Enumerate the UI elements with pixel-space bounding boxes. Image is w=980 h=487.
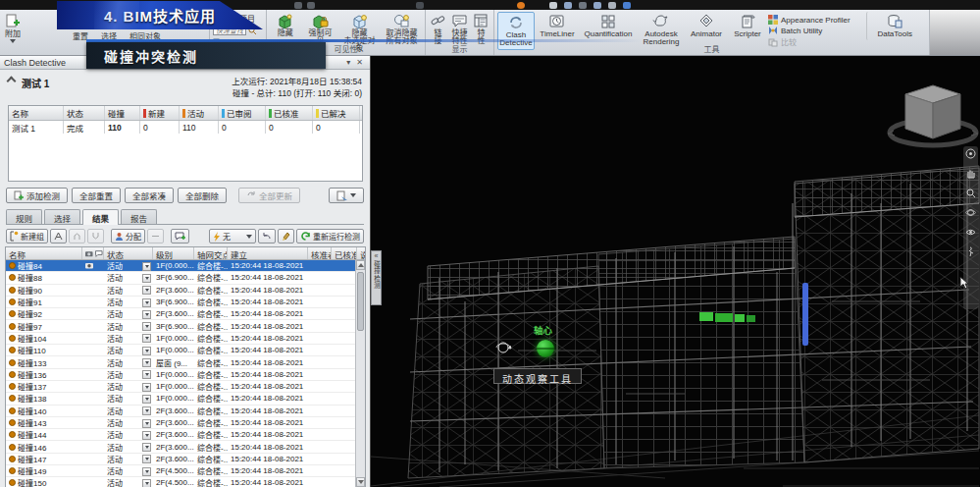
grid-col-approver[interactable]: 核准者 bbox=[308, 247, 332, 259]
clash-row[interactable]: 碰撞88活动3F(6.900...综合楼-...15:20:44 18-08-2… bbox=[6, 272, 366, 284]
timeliner-button[interactable]: TimeLiner bbox=[537, 12, 578, 40]
report-split-button[interactable] bbox=[329, 188, 364, 203]
status-dropdown[interactable] bbox=[142, 431, 151, 440]
status-dropdown[interactable] bbox=[142, 334, 151, 343]
grid-col-status[interactable]: 状态 bbox=[104, 247, 153, 259]
new-group-button[interactable]: 新建组 bbox=[6, 229, 48, 244]
status-dropdown[interactable] bbox=[142, 286, 151, 295]
reset-view-button[interactable] bbox=[258, 229, 276, 244]
clash-row[interactable]: 碰撞110活动1F(0.000...综合楼-...15:20:44 18-08-… bbox=[6, 345, 366, 356]
tab-results[interactable]: 结果 bbox=[82, 209, 119, 225]
status-dropdown[interactable] bbox=[142, 467, 151, 476]
batch-utility-button[interactable]: Batch Utility bbox=[768, 26, 851, 35]
clash-row[interactable]: 碰撞138活动1F(0.000...综合楼-...15:20:44 18-08-… bbox=[6, 393, 366, 405]
datatools-button[interactable]: DataTools bbox=[866, 12, 915, 40]
status-dropdown[interactable] bbox=[142, 479, 151, 487]
quantification-button[interactable]: Quantification bbox=[580, 12, 637, 40]
qat-icon[interactable] bbox=[549, 2, 557, 9]
highlight-filter-dropdown[interactable]: 无 bbox=[209, 229, 256, 244]
orbit-icon[interactable] bbox=[965, 207, 976, 218]
clash-row[interactable]: 碰撞137活动1F(0.000...综合楼-...15:20:44 18-08-… bbox=[6, 381, 366, 393]
reset-all-button[interactable]: 全部重置 bbox=[72, 188, 121, 203]
steering-wheel-icon[interactable] bbox=[965, 148, 976, 159]
status-dropdown[interactable] bbox=[142, 262, 151, 271]
test-row[interactable]: 测试 1 完成 110 0 110 0 0 0 bbox=[9, 121, 362, 134]
collapsed-panel-tab[interactable]: « 碰撞检测 bbox=[371, 250, 382, 305]
clash-row[interactable]: 碰撞84活动1F(0.000...综合楼-...15:20:44 18-08-2… bbox=[6, 260, 366, 272]
highlight-all-button[interactable] bbox=[278, 229, 294, 244]
assign-button[interactable]: 分配 bbox=[111, 229, 145, 244]
clash-row[interactable]: 碰撞97活动3F(6.900...综合楼-...15:20:44 18-08-2… bbox=[6, 320, 366, 332]
clash-row[interactable]: 碰撞91活动3F(6.900...综合楼-...15:20:44 18-08-2… bbox=[6, 297, 366, 308]
clash-row[interactable]: 碰撞144活动2F(3.600...综合楼-...15:20:44 18-08-… bbox=[6, 429, 366, 441]
clash-row[interactable]: 碰撞149活动2F(4.500...综合楼-...15:20:44 18-08-… bbox=[6, 465, 366, 477]
appearance-profiler-button[interactable]: Appearance Profiler bbox=[768, 15, 851, 25]
scroll-up-icon[interactable] bbox=[356, 260, 365, 270]
col-name[interactable]: 名称 bbox=[9, 106, 64, 120]
scripter-button[interactable]: Scripter bbox=[729, 12, 766, 40]
hide-button[interactable]: 隐藏 bbox=[270, 12, 301, 39]
status-dropdown[interactable] bbox=[142, 406, 151, 415]
grid-col-gridpoint[interactable]: 轴网交点 bbox=[194, 247, 228, 259]
append-button[interactable]: 附加 bbox=[3, 12, 23, 45]
animator-button[interactable]: Animator bbox=[686, 12, 727, 40]
grid-col-approved[interactable]: 已核准 bbox=[332, 247, 357, 259]
scroll-down-icon[interactable] bbox=[356, 477, 365, 487]
status-dropdown[interactable] bbox=[142, 395, 151, 404]
status-dropdown[interactable] bbox=[142, 419, 151, 428]
grid-col-name[interactable]: 名称 bbox=[6, 247, 82, 259]
status-dropdown[interactable] bbox=[142, 370, 151, 379]
status-dropdown[interactable] bbox=[142, 347, 151, 355]
viewport-3d[interactable]: 轴心 动态观察工具 « 碰撞检测 bbox=[371, 56, 980, 487]
qat-icon[interactable] bbox=[579, 2, 587, 9]
status-dropdown[interactable] bbox=[142, 298, 151, 307]
status-dropdown[interactable] bbox=[142, 383, 151, 392]
clash-row[interactable]: 碰撞136活动1F(0.000...综合楼-...15:20:44 18-08-… bbox=[6, 369, 366, 381]
unassign-button[interactable] bbox=[147, 229, 164, 244]
status-dropdown[interactable] bbox=[142, 455, 151, 463]
tab-rules[interactable]: 规则 bbox=[6, 209, 42, 224]
test-name[interactable]: 测试 1 bbox=[22, 76, 49, 90]
col-new[interactable]: 新建 bbox=[140, 106, 180, 120]
tab-report[interactable]: 报告 bbox=[121, 209, 157, 224]
col-approved[interactable]: 已核准 bbox=[266, 106, 313, 120]
grid-col-description[interactable]: 说明 bbox=[357, 247, 366, 259]
close-icon[interactable]: ✕ bbox=[353, 58, 366, 68]
group-down-button[interactable] bbox=[87, 229, 104, 244]
grid-col-created[interactable]: 建立 bbox=[228, 247, 308, 259]
zoom-icon[interactable] bbox=[965, 188, 976, 198]
col-clashes[interactable]: 碰撞 bbox=[105, 106, 140, 120]
grid-scrollbar[interactable] bbox=[355, 260, 365, 487]
rename-button[interactable] bbox=[50, 229, 67, 244]
col-active[interactable]: 活动 bbox=[180, 106, 219, 120]
pin-icon[interactable]: ▾ bbox=[343, 58, 353, 68]
clash-row[interactable]: 碰撞92活动2F(3.600...综合楼-...15:20:44 18-08-2… bbox=[6, 308, 366, 320]
status-dropdown[interactable] bbox=[142, 443, 151, 452]
status-dropdown[interactable] bbox=[142, 322, 151, 331]
clash-row[interactable]: 碰撞146活动2F(3.600...综合楼-...15:20:44 18-08-… bbox=[6, 441, 366, 453]
scroll-thumb[interactable] bbox=[357, 272, 364, 331]
col-resolved[interactable]: 已解决 bbox=[313, 106, 360, 120]
qat-icon[interactable] bbox=[623, 2, 631, 9]
walk-icon[interactable] bbox=[965, 246, 976, 257]
clash-row[interactable]: 碰撞104活动1F(0.000...综合楼-...15:20:44 18-08-… bbox=[6, 333, 366, 345]
grid-col-level[interactable]: 级别 bbox=[153, 247, 194, 259]
clash-row[interactable]: 碰撞140活动2F(3.600...综合楼-...15:20:44 18-08-… bbox=[6, 406, 366, 417]
clash-row[interactable]: 碰撞143活动2F(3.600...综合楼-...15:20:44 18-08-… bbox=[6, 417, 366, 429]
status-dropdown[interactable] bbox=[142, 358, 151, 367]
col-status[interactable]: 状态 bbox=[64, 106, 105, 120]
qat-icon[interactable] bbox=[608, 2, 616, 9]
grid-col-icons[interactable] bbox=[82, 247, 104, 259]
qat-icon[interactable] bbox=[307, 2, 315, 9]
clash-row[interactable]: 碰撞133活动屋面 (9...综合楼-...15:20:44 18-08-202… bbox=[6, 356, 366, 368]
compact-all-button[interactable]: 全部紧凑 bbox=[125, 188, 174, 203]
clash-row[interactable]: 碰撞90活动2F(3.600...综合楼-...15:20:44 18-08-2… bbox=[6, 285, 366, 297]
collapse-caret-icon[interactable] bbox=[7, 77, 17, 86]
status-dropdown[interactable] bbox=[142, 274, 151, 283]
clash-row[interactable]: 碰撞150活动2F(4.500...综合楼-...15:20:44 18-08-… bbox=[6, 477, 366, 487]
pan-hand-icon[interactable] bbox=[965, 168, 976, 179]
app-badge-icon[interactable] bbox=[517, 2, 525, 9]
group-up-button[interactable] bbox=[69, 229, 85, 244]
tab-select[interactable]: 选择 bbox=[44, 209, 80, 224]
qat-icon[interactable] bbox=[593, 2, 601, 9]
